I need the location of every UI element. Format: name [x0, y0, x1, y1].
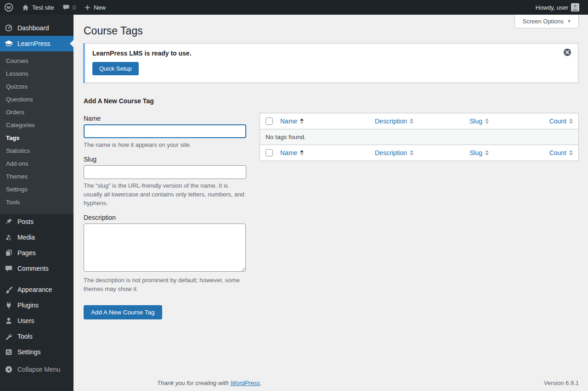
sidebar-item-comments[interactable]: Comments	[0, 261, 74, 276]
user-avatar	[571, 3, 579, 11]
admin-bar: W Test site 0 New Howdy, user	[0, 0, 588, 15]
new-content-menu[interactable]: New	[80, 0, 110, 15]
sidebar-item-posts[interactable]: Posts	[0, 214, 74, 229]
screen-options-button[interactable]: Screen Options ▼	[514, 15, 579, 28]
account-menu[interactable]: Howdy, user	[531, 0, 583, 15]
sidebar-item-categories[interactable]: Categories	[0, 118, 74, 131]
name-label: Name	[84, 115, 246, 122]
user-icon	[4, 316, 13, 325]
page-title: Course Tags	[74, 15, 588, 38]
select-all-checkbox[interactable]	[266, 149, 273, 156]
dismiss-notice-icon[interactable]	[563, 48, 571, 56]
sidebar-item-label: Plugins	[17, 302, 39, 309]
footer-thanks: Thank you for creating with WordPress.	[157, 380, 262, 386]
sidebar-item-learnpress[interactable]: LearnPress	[0, 36, 74, 51]
sort-by-description-footer[interactable]: Description	[375, 149, 413, 156]
admin-footer: Thank you for creating with WordPress. V…	[157, 380, 579, 386]
sidebar-item-addons[interactable]: Add-ons	[0, 157, 74, 170]
home-icon	[22, 4, 29, 11]
select-all-checkbox[interactable]	[266, 117, 273, 125]
quick-setup-button[interactable]: Quick Setup	[92, 62, 139, 75]
add-tag-submit-button[interactable]: Add A New Course Tag	[84, 305, 162, 319]
tags-table: Name Description Slug	[260, 113, 579, 161]
pages-icon	[4, 248, 13, 257]
comments-menu[interactable]: 0	[58, 0, 80, 15]
empty-table-row: No tags found.	[260, 129, 578, 145]
sidebar-item-label: Media	[17, 234, 35, 241]
admin-sidebar: Dashboard LearnPress Courses Lessons Qui…	[0, 15, 74, 391]
sidebar-item-label: Pages	[17, 249, 36, 257]
sidebar-item-label: Users	[17, 317, 34, 324]
sidebar-item-courses[interactable]: Courses	[0, 54, 74, 67]
sidebar-item-label: Tools	[17, 333, 33, 340]
sort-arrows-icon	[410, 118, 413, 124]
sidebar-item-plugins[interactable]: Plugins	[0, 297, 74, 313]
sidebar-item-settings[interactable]: Settings	[0, 344, 74, 360]
sort-by-count-header[interactable]: Count	[549, 117, 573, 125]
sidebar-item-dashboard[interactable]: Dashboard	[0, 20, 74, 36]
collapse-menu-button[interactable]: Collapse Menu	[0, 362, 74, 377]
svg-text:W: W	[6, 5, 11, 10]
plus-icon	[84, 4, 91, 11]
learnpress-submenu: Courses Lessons Quizzes Questions Orders…	[0, 51, 74, 214]
sidebar-item-lessons[interactable]: Lessons	[0, 67, 74, 80]
comment-bubble-icon	[62, 4, 70, 11]
table-footer-row: Name Description Slug	[260, 145, 578, 161]
notice-message: LearnPress LMS is ready to use.	[92, 50, 560, 57]
sidebar-item-pages[interactable]: Pages	[0, 245, 74, 261]
tags-table-container: Name Description Slug	[260, 97, 579, 319]
sort-by-count-footer[interactable]: Count	[549, 149, 573, 156]
plug-icon	[4, 301, 13, 310]
learnpress-notice: LearnPress LMS is ready to use. Quick Se…	[83, 43, 578, 83]
sidebar-item-label: Settings	[17, 348, 41, 356]
sidebar-item-orders[interactable]: Orders	[0, 106, 74, 118]
main-content: Screen Options ▼ Course Tags LearnPress …	[74, 15, 588, 391]
wrench-icon	[4, 332, 13, 341]
howdy-label: Howdy, user	[536, 4, 568, 11]
sidebar-item-quizzes[interactable]: Quizzes	[0, 80, 74, 93]
graduation-cap-icon	[4, 39, 13, 48]
tag-slug-input[interactable]	[84, 165, 246, 179]
chevron-down-icon: ▼	[567, 19, 571, 23]
tag-description-textarea[interactable]	[84, 223, 246, 272]
sidebar-item-lp-tools[interactable]: Tools	[0, 196, 74, 208]
sidebar-item-tags[interactable]: Tags	[0, 131, 74, 144]
sort-arrows-icon	[300, 118, 304, 124]
sort-arrows-icon	[569, 118, 573, 124]
collapse-menu-label: Collapse Menu	[17, 366, 60, 373]
name-help-text: The name is how it appears on your site.	[84, 140, 246, 149]
sort-by-description-header[interactable]: Description	[375, 117, 413, 125]
sidebar-item-users[interactable]: Users	[0, 313, 74, 329]
sidebar-item-media[interactable]: Media	[0, 229, 74, 245]
wordpress-logo-button[interactable]: W	[0, 0, 17, 15]
sidebar-item-statistics[interactable]: Statistics	[0, 144, 74, 157]
sidebar-item-lp-settings[interactable]: Settings	[0, 183, 74, 196]
footer-version: Version 6.9.1	[544, 380, 579, 386]
sidebar-item-label: Appearance	[17, 286, 52, 293]
sort-by-slug-header[interactable]: Slug	[469, 117, 489, 125]
sort-arrows-icon	[485, 118, 489, 124]
sidebar-item-appearance[interactable]: Appearance	[0, 282, 74, 297]
sort-by-name-footer[interactable]: Name	[280, 149, 304, 156]
sort-arrows-icon	[569, 150, 573, 156]
sidebar-item-label: Posts	[17, 218, 34, 225]
sliders-icon	[4, 347, 13, 357]
sort-by-slug-footer[interactable]: Slug	[469, 149, 489, 156]
comments-bubble-icon	[4, 264, 13, 273]
sidebar-item-questions[interactable]: Questions	[0, 93, 74, 106]
sort-arrows-icon	[485, 150, 489, 156]
sort-by-name-header[interactable]: Name	[280, 117, 304, 125]
dashboard-gauge-icon	[4, 23, 13, 33]
description-help-text: The description is not prominent by defa…	[84, 276, 246, 293]
screen-options-label: Screen Options	[522, 18, 564, 25]
form-heading: Add A New Course Tag	[84, 97, 246, 105]
sidebar-item-tools[interactable]: Tools	[0, 329, 74, 344]
sidebar-item-themes[interactable]: Themes	[0, 170, 74, 183]
description-label: Description	[84, 214, 246, 221]
tag-name-input[interactable]	[84, 124, 246, 138]
site-name-menu[interactable]: Test site	[17, 0, 58, 15]
wordpress-link[interactable]: WordPress	[231, 380, 260, 386]
slug-label: Slug	[84, 156, 246, 163]
table-header-row: Name Description Slug	[260, 113, 578, 129]
sidebar-item-label: LearnPress	[17, 40, 51, 47]
